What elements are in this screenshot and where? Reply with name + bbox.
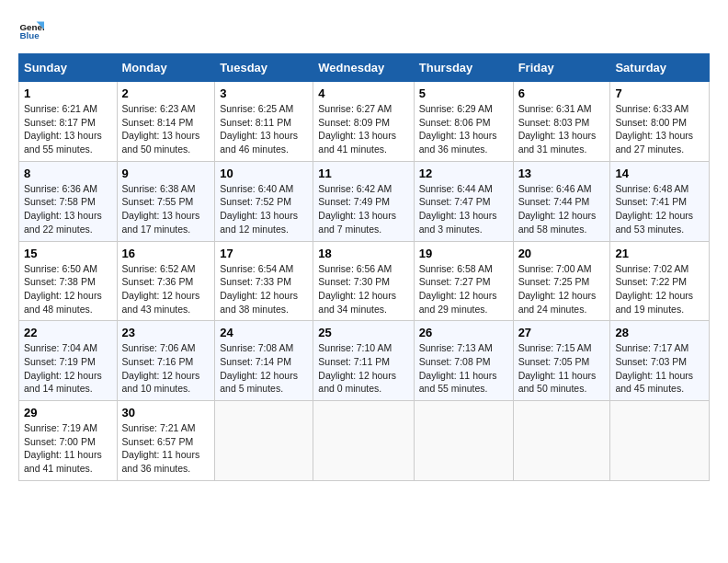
day-number: 30	[122, 406, 210, 419]
calendar-cell: 1 Sunrise: 6:21 AM Sunset: 8:17 PM Dayli…	[19, 82, 118, 162]
day-info: Sunrise: 7:08 AM Sunset: 7:14 PM Dayligh…	[220, 341, 308, 396]
calendar-cell: 30 Sunrise: 7:21 AM Sunset: 6:57 PM Dayl…	[117, 401, 215, 481]
calendar-cell: 8 Sunrise: 6:36 AM Sunset: 7:58 PM Dayli…	[19, 161, 118, 241]
day-info: Sunrise: 6:40 AM Sunset: 7:52 PM Dayligh…	[220, 182, 308, 236]
day-number: 15	[24, 247, 112, 260]
day-number: 23	[122, 326, 210, 339]
col-header-wednesday: Wednesday	[313, 54, 414, 82]
col-header-monday: Monday	[117, 54, 215, 82]
day-info: Sunrise: 6:36 AM Sunset: 7:58 PM Dayligh…	[24, 182, 112, 236]
calendar-cell: 11 Sunrise: 6:42 AM Sunset: 7:49 PM Dayl…	[313, 161, 414, 241]
day-info: Sunrise: 6:31 AM Sunset: 8:03 PM Dayligh…	[518, 102, 606, 156]
day-number: 2	[122, 86, 210, 100]
day-info: Sunrise: 6:50 AM Sunset: 7:38 PM Dayligh…	[24, 262, 112, 316]
week-row-2: 8 Sunrise: 6:36 AM Sunset: 7:58 PM Dayli…	[19, 161, 710, 241]
calendar-cell: 27 Sunrise: 7:15 AM Sunset: 7:05 PM Dayl…	[513, 321, 610, 401]
calendar-table: SundayMondayTuesdayWednesdayThursdayFrid…	[18, 53, 710, 481]
day-info: Sunrise: 6:21 AM Sunset: 8:17 PM Dayligh…	[24, 102, 112, 156]
calendar-cell: 21 Sunrise: 7:02 AM Sunset: 7:22 PM Dayl…	[610, 241, 710, 321]
day-info: Sunrise: 6:44 AM Sunset: 7:47 PM Dayligh…	[419, 182, 508, 236]
col-header-saturday: Saturday	[610, 54, 710, 82]
day-number: 17	[220, 247, 308, 260]
day-number: 27	[518, 326, 606, 339]
calendar-cell: 2 Sunrise: 6:23 AM Sunset: 8:14 PM Dayli…	[117, 82, 215, 162]
calendar-cell: 25 Sunrise: 7:10 AM Sunset: 7:11 PM Dayl…	[313, 321, 414, 401]
day-info: Sunrise: 6:27 AM Sunset: 8:09 PM Dayligh…	[318, 102, 408, 156]
day-number: 11	[318, 167, 408, 180]
calendar-cell: 12 Sunrise: 6:44 AM Sunset: 7:47 PM Dayl…	[414, 161, 513, 241]
day-number: 13	[518, 167, 606, 180]
day-number: 28	[615, 326, 704, 339]
calendar-cell: 5 Sunrise: 6:29 AM Sunset: 8:06 PM Dayli…	[414, 82, 513, 162]
day-info: Sunrise: 6:38 AM Sunset: 7:55 PM Dayligh…	[122, 182, 210, 236]
day-number: 10	[220, 167, 308, 180]
calendar-cell: 9 Sunrise: 6:38 AM Sunset: 7:55 PM Dayli…	[117, 161, 215, 241]
day-info: Sunrise: 7:00 AM Sunset: 7:25 PM Dayligh…	[518, 262, 606, 316]
day-info: Sunrise: 7:02 AM Sunset: 7:22 PM Dayligh…	[615, 262, 704, 316]
svg-text:Blue: Blue	[19, 30, 40, 40]
calendar-cell: 24 Sunrise: 7:08 AM Sunset: 7:14 PM Dayl…	[215, 321, 313, 401]
day-info: Sunrise: 6:25 AM Sunset: 8:11 PM Dayligh…	[220, 102, 308, 156]
day-number: 18	[318, 247, 408, 260]
day-info: Sunrise: 7:13 AM Sunset: 7:08 PM Dayligh…	[419, 341, 508, 396]
day-number: 20	[518, 247, 606, 260]
day-number: 7	[615, 86, 704, 100]
day-number: 6	[518, 86, 606, 100]
day-info: Sunrise: 7:19 AM Sunset: 7:00 PM Dayligh…	[24, 421, 112, 476]
day-info: Sunrise: 6:33 AM Sunset: 8:00 PM Dayligh…	[615, 102, 704, 156]
day-info: Sunrise: 6:23 AM Sunset: 8:14 PM Dayligh…	[122, 102, 210, 156]
col-header-thursday: Thursday	[414, 54, 513, 82]
calendar-cell: 15 Sunrise: 6:50 AM Sunset: 7:38 PM Dayl…	[19, 241, 118, 321]
day-info: Sunrise: 6:58 AM Sunset: 7:27 PM Dayligh…	[419, 262, 508, 316]
day-number: 21	[615, 247, 704, 260]
calendar-cell: 10 Sunrise: 6:40 AM Sunset: 7:52 PM Dayl…	[215, 161, 313, 241]
calendar-cell: 23 Sunrise: 7:06 AM Sunset: 7:16 PM Dayl…	[117, 321, 215, 401]
day-info: Sunrise: 7:21 AM Sunset: 6:57 PM Dayligh…	[122, 421, 210, 476]
day-info: Sunrise: 6:52 AM Sunset: 7:36 PM Dayligh…	[122, 262, 210, 316]
day-info: Sunrise: 7:10 AM Sunset: 7:11 PM Dayligh…	[318, 341, 408, 396]
calendar-cell: 17 Sunrise: 6:54 AM Sunset: 7:33 PM Dayl…	[215, 241, 313, 321]
day-number: 8	[24, 167, 112, 180]
day-number: 22	[24, 326, 112, 339]
col-header-friday: Friday	[513, 54, 610, 82]
calendar-cell: 14 Sunrise: 6:48 AM Sunset: 7:41 PM Dayl…	[610, 161, 710, 241]
calendar-cell: 4 Sunrise: 6:27 AM Sunset: 8:09 PM Dayli…	[313, 82, 414, 162]
calendar-cell	[215, 401, 313, 481]
day-number: 16	[122, 247, 210, 260]
day-number: 4	[318, 86, 408, 100]
col-header-sunday: Sunday	[19, 54, 118, 82]
calendar-cell: 13 Sunrise: 6:46 AM Sunset: 7:44 PM Dayl…	[513, 161, 610, 241]
calendar-cell: 6 Sunrise: 6:31 AM Sunset: 8:03 PM Dayli…	[513, 82, 610, 162]
day-info: Sunrise: 6:46 AM Sunset: 7:44 PM Dayligh…	[518, 182, 606, 236]
week-row-3: 15 Sunrise: 6:50 AM Sunset: 7:38 PM Dayl…	[19, 241, 710, 321]
day-info: Sunrise: 6:54 AM Sunset: 7:33 PM Dayligh…	[220, 262, 308, 316]
day-info: Sunrise: 6:42 AM Sunset: 7:49 PM Dayligh…	[318, 182, 408, 236]
day-number: 19	[419, 247, 508, 260]
calendar-cell: 20 Sunrise: 7:00 AM Sunset: 7:25 PM Dayl…	[513, 241, 610, 321]
day-number: 12	[419, 167, 508, 180]
week-row-1: 1 Sunrise: 6:21 AM Sunset: 8:17 PM Dayli…	[19, 82, 710, 162]
calendar-cell: 29 Sunrise: 7:19 AM Sunset: 7:00 PM Dayl…	[19, 401, 118, 481]
calendar-cell: 3 Sunrise: 6:25 AM Sunset: 8:11 PM Dayli…	[215, 82, 313, 162]
day-info: Sunrise: 7:15 AM Sunset: 7:05 PM Dayligh…	[518, 341, 606, 396]
calendar-cell: 19 Sunrise: 6:58 AM Sunset: 7:27 PM Dayl…	[414, 241, 513, 321]
week-row-4: 22 Sunrise: 7:04 AM Sunset: 7:19 PM Dayl…	[19, 321, 710, 401]
day-info: Sunrise: 7:17 AM Sunset: 7:03 PM Dayligh…	[615, 341, 704, 396]
day-info: Sunrise: 6:56 AM Sunset: 7:30 PM Dayligh…	[318, 262, 408, 316]
week-row-5: 29 Sunrise: 7:19 AM Sunset: 7:00 PM Dayl…	[19, 401, 710, 481]
day-info: Sunrise: 6:48 AM Sunset: 7:41 PM Dayligh…	[615, 182, 704, 236]
calendar-cell	[513, 401, 610, 481]
calendar-cell: 26 Sunrise: 7:13 AM Sunset: 7:08 PM Dayl…	[414, 321, 513, 401]
calendar-cell: 18 Sunrise: 6:56 AM Sunset: 7:30 PM Dayl…	[313, 241, 414, 321]
col-header-tuesday: Tuesday	[215, 54, 313, 82]
calendar-cell	[313, 401, 414, 481]
calendar-cell: 22 Sunrise: 7:04 AM Sunset: 7:19 PM Dayl…	[19, 321, 118, 401]
calendar-cell	[414, 401, 513, 481]
day-number: 25	[318, 326, 408, 339]
day-number: 29	[24, 406, 112, 419]
day-info: Sunrise: 6:29 AM Sunset: 8:06 PM Dayligh…	[419, 102, 508, 156]
day-number: 14	[615, 167, 704, 180]
logo-icon: General Blue	[18, 18, 44, 44]
day-info: Sunrise: 7:06 AM Sunset: 7:16 PM Dayligh…	[122, 341, 210, 396]
logo: General Blue	[18, 18, 48, 44]
